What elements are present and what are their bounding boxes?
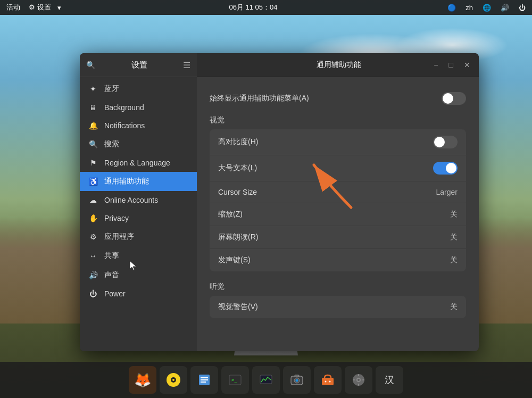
taskbar-item-files[interactable] <box>190 366 218 394</box>
toggle-knob <box>443 93 453 104</box>
sound-sidebar-icon: 🔊 <box>88 271 98 279</box>
cursor-size-row[interactable]: Cursor Size Larger <box>210 181 466 203</box>
taskbar: 🦊 >_ <box>0 362 532 398</box>
svg-rect-25 <box>362 379 364 380</box>
svg-rect-24 <box>353 379 355 380</box>
topbar: 活动 ⚙ 设置 ▾ 06月 11 05：04 🔵 zh 🌐 🔊 ⏻ <box>0 0 532 15</box>
sidebar-item-label: 应用程序 <box>104 232 134 242</box>
taskbar-item-music[interactable] <box>160 366 187 394</box>
sidebar-title: 设置 <box>101 60 178 70</box>
window-titlebar: 通用辅助功能 − □ ✕ <box>197 53 479 77</box>
svg-point-17 <box>325 381 327 383</box>
toggle-knob <box>434 137 445 147</box>
sidebar-item-accessibility[interactable]: ♿ 通用辅助功能 <box>80 172 197 191</box>
background-sidebar-icon: 🖥 <box>88 103 98 112</box>
sound-keys-row[interactable]: 发声键(S) 关 <box>210 249 466 271</box>
sidebar-item-label: Region & Language <box>104 159 170 167</box>
screen-reader-label: 屏幕朗读(R) <box>218 233 450 242</box>
sidebar-item-label: Power <box>104 289 126 298</box>
sidebar-item-label: Background <box>104 103 144 112</box>
sidebar-item-background[interactable]: 🖥 Background <box>80 98 197 117</box>
visual-alert-row[interactable]: 视觉警告(V) 关 <box>210 296 466 318</box>
settings-window: 🔍 设置 ☰ ✦ 蓝牙 🖥 Background 🔔 Notifications <box>80 53 479 351</box>
online-accounts-sidebar-icon: ☁ <box>88 196 98 204</box>
svg-rect-15 <box>295 375 299 377</box>
maximize-button[interactable]: □ <box>447 60 455 70</box>
bluetooth-sidebar-icon: ✦ <box>88 85 98 93</box>
vision-settings-card: 高对比度(H) 大号文本(L) Cursor Size <box>210 129 466 271</box>
taskbar-item-store[interactable] <box>314 366 342 394</box>
toggle-knob <box>446 163 456 173</box>
sidebar-item-power[interactable]: ⏻ Power <box>80 285 197 303</box>
sidebar-item-applications[interactable]: ⚙ 应用程序 <box>80 227 197 246</box>
svg-rect-7 <box>201 379 208 380</box>
taskbar-item-monitor[interactable] <box>252 366 280 394</box>
always-show-menu-row: 始终显示通用辅助功能菜单(A) <box>210 88 466 115</box>
sidebar-item-search[interactable]: 🔍 搜索 <box>80 135 197 154</box>
accessibility-sidebar-icon: ♿ <box>88 177 98 186</box>
cursor-size-label: Cursor Size <box>218 188 436 196</box>
svg-point-21 <box>358 379 360 381</box>
sound-keys-label: 发声键(S) <box>218 255 450 265</box>
sidebar-item-online-accounts[interactable]: ☁ Online Accounts <box>80 191 197 209</box>
zoom-value: 关 <box>450 210 458 219</box>
taskbar-item-terminal[interactable]: >_ <box>221 366 249 394</box>
screen-reader-row[interactable]: 屏幕朗读(R) 关 <box>210 226 466 249</box>
sidebar-item-bluetooth[interactable]: ✦ 蓝牙 <box>80 79 197 98</box>
language-indicator[interactable]: zh <box>463 3 475 13</box>
taskbar-item-settings[interactable] <box>345 366 372 394</box>
svg-point-4 <box>172 379 174 381</box>
network-icon[interactable]: 🌐 <box>480 3 493 13</box>
visual-alert-value: 关 <box>450 302 458 312</box>
vision-section-label: 视觉 <box>210 115 466 125</box>
volume-icon[interactable]: 🔊 <box>498 3 511 13</box>
sidebar-item-label: 共享 <box>104 251 119 261</box>
visual-alert-label: 视觉警告(V) <box>218 302 450 312</box>
power-sidebar-icon: ⏻ <box>88 289 98 298</box>
hearing-settings-card: 视觉警告(V) 关 <box>210 296 466 318</box>
sidebar-item-label: 通用辅助功能 <box>104 177 149 186</box>
sharing-sidebar-icon: ↔ <box>88 252 98 260</box>
settings-arrow-icon: ▾ <box>57 4 61 12</box>
sidebar-item-region[interactable]: ⚑ Region & Language <box>80 154 197 172</box>
sidebar-search-icon[interactable]: 🔍 <box>86 61 95 69</box>
sidebar-item-label: Notifications <box>104 121 145 130</box>
zoom-row[interactable]: 缩放(Z) 关 <box>210 203 466 226</box>
minimize-button[interactable]: − <box>431 60 440 70</box>
sidebar-menu-icon[interactable]: ☰ <box>183 60 190 70</box>
large-text-toggle[interactable] <box>433 162 458 175</box>
notifications-sidebar-icon: 🔔 <box>88 121 98 130</box>
svg-point-14 <box>296 379 298 382</box>
taskbar-item-input[interactable]: 汉 <box>376 366 403 394</box>
zoom-label: 缩放(Z) <box>218 210 450 219</box>
sidebar-item-notifications[interactable]: 🔔 Notifications <box>80 117 197 135</box>
taskbar-item-camera[interactable] <box>283 366 311 394</box>
always-show-menu-toggle[interactable] <box>442 92 466 105</box>
power-icon[interactable]: ⏻ <box>517 3 528 13</box>
always-show-menu-label: 始终显示通用辅助功能菜单(A) <box>210 94 309 103</box>
bluetooth-icon[interactable]: 🔵 <box>445 3 458 13</box>
sidebar-item-sharing[interactable]: ↔ 共享 <box>80 246 197 266</box>
sidebar-item-label: 声音 <box>104 270 119 280</box>
svg-point-18 <box>329 381 331 383</box>
sidebar-item-privacy[interactable]: ✋ Privacy <box>80 209 197 227</box>
sidebar: 🔍 设置 ☰ ✦ 蓝牙 🖥 Background 🔔 Notifications <box>80 53 197 351</box>
activities-button[interactable]: 活动 <box>4 2 22 13</box>
screen-reader-value: 关 <box>450 233 458 242</box>
taskbar-item-firefox[interactable]: 🦊 <box>129 366 156 394</box>
close-button[interactable]: ✕ <box>462 60 472 70</box>
settings-menu-button[interactable]: ⚙ 设置 <box>27 2 53 13</box>
privacy-sidebar-icon: ✋ <box>88 214 98 222</box>
high-contrast-toggle[interactable] <box>433 136 458 148</box>
applications-sidebar-icon: ⚙ <box>88 233 98 241</box>
sidebar-item-label: 蓝牙 <box>104 84 119 94</box>
svg-rect-23 <box>358 384 359 386</box>
large-text-label: 大号文本(L) <box>218 163 433 173</box>
high-contrast-label: 高对比度(H) <box>218 137 433 147</box>
search-sidebar-icon: 🔍 <box>88 140 98 148</box>
sidebar-item-sound[interactable]: 🔊 声音 <box>80 266 197 285</box>
sidebar-items-list: ✦ 蓝牙 🖥 Background 🔔 Notifications 🔍 搜索 ⚑ <box>80 77 197 351</box>
svg-rect-16 <box>322 378 334 385</box>
svg-text:>_: >_ <box>231 377 237 383</box>
sidebar-item-label: Privacy <box>104 214 129 222</box>
